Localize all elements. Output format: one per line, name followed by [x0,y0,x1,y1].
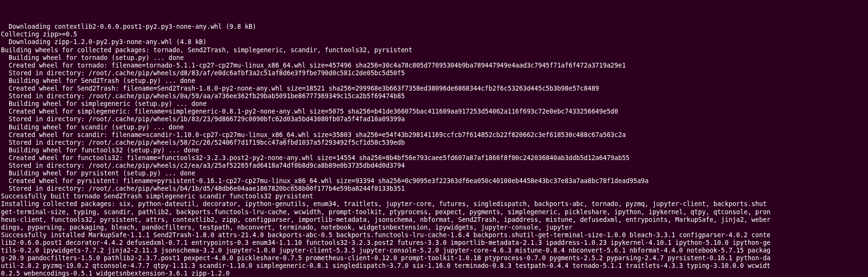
terminal[interactable]: Downloading contextlib2-0.6.0.post1-py2.… [0,23,868,277]
terminal-output: Downloading contextlib2-0.6.0.post1-py2.… [1,23,867,277]
